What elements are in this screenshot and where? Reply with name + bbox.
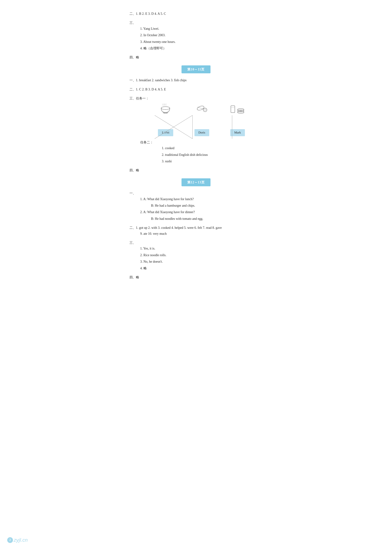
section-si-3: 四、略 [129, 274, 263, 280]
section-label: 四、略 [129, 56, 139, 59]
section-si-1: 四、略 [129, 54, 263, 60]
section-er3-content2: 9. ate 10. very much [140, 231, 263, 237]
section-si-2: 四、略 [129, 167, 263, 173]
section-label: 二、 [129, 88, 136, 91]
name-doris: Doris [195, 129, 209, 136]
qa2-q: 2. A: What did Xiaoyong have for dinner? [140, 209, 263, 215]
name-mark: Mark [230, 129, 245, 136]
food-row [147, 103, 256, 115]
san3-item1: 1. Yes, it is. [140, 246, 263, 251]
qa1-q: 1. A: What did Xiaoyong have for lunch? [140, 196, 263, 202]
svg-point-0 [161, 107, 170, 110]
section-label: 一、 [129, 78, 136, 82]
section-content: 1. breakfast 2. sandwiches 3. fish chips [136, 78, 187, 82]
section-er-2: 二、1. C 2. B 3. D 4. A 5. E [129, 86, 263, 92]
qa2-a: B: He had noodles with tomato and egg. [151, 216, 263, 222]
bowl-icon [159, 103, 172, 115]
section-content: 1. C 2. B 3. D 4. A 5. E [136, 88, 166, 91]
section-san-3: 三、 1. Yes, it is. 2. Rice noodle rolls. … [129, 240, 263, 271]
section-san-1: 三、 1. Yang Liwei. 2. In October 2003. 3.… [129, 20, 263, 51]
name-lifei: Li Fei [158, 129, 173, 136]
milk-cookies-icon [229, 103, 246, 115]
san3-item3: 3. No, he doesn't. [140, 259, 263, 264]
san1-item4: 4. 略（合理即可） [140, 45, 263, 51]
qa1-a: B: He had a hamburger and chips. [151, 203, 263, 208]
section-er-3: 二、1. got up 2. with 3. cooked 4. helped … [129, 225, 263, 237]
food-item-milk-cookies [223, 103, 252, 115]
page-banner-10-11: 第10～11页 [129, 65, 263, 73]
section-label: 一、 [129, 191, 136, 195]
qa-group-1: 1. A: What did Xiaoyong have for lunch? … [140, 196, 263, 222]
matching-diagram: Li Fei Doris Mark [140, 103, 263, 136]
section-content: 1. B 2. E 3. D 4. A 5. C [136, 12, 166, 15]
banner-text-12-13: 第12～13页 [182, 178, 210, 186]
section-label: 三、 [129, 241, 136, 245]
san1-item3: 3. About twenty-one hours. [140, 39, 263, 45]
section-label: 三、任务一： [129, 97, 149, 100]
san1-item1: 1. Yang Liwei. [140, 26, 263, 32]
section-yi-2: 一、1. breakfast 2. sandwiches 3. fish chi… [129, 77, 263, 83]
task2-item1: 1. cooked [162, 145, 263, 151]
task2-label: 任务二： [140, 141, 153, 144]
banner-text: 第10～11页 [182, 65, 210, 73]
section-label: 二、 [129, 12, 136, 15]
task2-item2: 2. traditional English dish delicious [162, 152, 263, 158]
section-label: 二、 [129, 226, 136, 230]
svg-point-6 [204, 109, 206, 111]
food-item-sausage [187, 103, 216, 115]
sausage-icon [194, 103, 209, 115]
task2-item3: 3. sushi [162, 158, 263, 164]
section-label: 三、 [129, 21, 136, 24]
section-er-1: 二、1. B 2. E 3. D 4. A 5. C [129, 11, 263, 17]
food-item-bowl [151, 103, 180, 115]
section-label: 四、略 [129, 169, 139, 172]
san3-item4: 4. 略 [140, 265, 263, 271]
task2-section: 任务二： 1. cooked 2. traditional English di… [140, 140, 263, 164]
section-label: 四、略 [129, 275, 139, 279]
section-san-2: 三、任务一： [129, 95, 263, 164]
svg-line-4 [197, 107, 204, 109]
section-yi-3: 一、 1. A: What did Xiaoyong have for lunc… [129, 190, 263, 222]
section-content: 1. got up 2. with 3. cooked 4. helped 5.… [136, 226, 222, 230]
page-banner-12-13: 第12～13页 [129, 178, 263, 186]
svg-point-5 [203, 108, 207, 112]
svg-rect-7 [231, 106, 235, 113]
san1-item2: 2. In October 2003. [140, 32, 263, 38]
matching-lines [140, 115, 248, 141]
name-row: Li Fei Doris Mark [147, 129, 256, 136]
san3-item2: 2. Rice noodle rolls. [140, 252, 263, 258]
